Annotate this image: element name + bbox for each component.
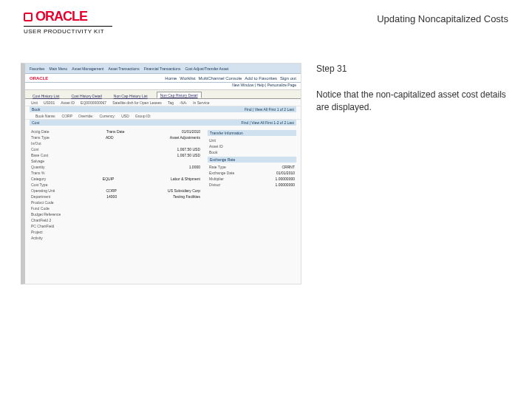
book-nav[interactable]: Find | View All First 1 of 2 Last [245, 107, 294, 112]
ss-link-addfav[interactable]: Add to Favorites [245, 76, 277, 81]
val2: Testing Facilities [173, 194, 200, 200]
val: CORP [106, 188, 116, 194]
lbl: Rate Type [209, 164, 226, 170]
val: 1.00000000 [276, 176, 295, 182]
lbl: Quantity [31, 164, 45, 170]
val-asset: EQ0000000067 [81, 100, 106, 105]
val-status: In Service [193, 100, 209, 105]
val: 14000 [106, 194, 117, 200]
book-rows: First 1 of 2 Last [269, 107, 294, 112]
lbl: Category [31, 176, 46, 182]
val: CRRNT [282, 164, 296, 170]
lbl: PC ChartField [31, 223, 54, 229]
embedded-screenshot: Favorites Main Menu Asset Management Ass… [21, 63, 301, 284]
lbl: Book [209, 149, 217, 155]
val-desc: Satellite dish for Open Leases [112, 100, 162, 105]
lbl: Cost [31, 146, 38, 152]
tab-cost-history-detail[interactable]: Cost History Detail [68, 93, 104, 98]
lbl: Operating Unit [31, 188, 55, 194]
lbl: Trans % [31, 170, 44, 176]
val2: Asset Adjustments [170, 134, 200, 140]
oracle-logo: ORACLE [24, 9, 112, 24]
lbl: Divisor [209, 182, 220, 188]
section-book: Book Find | View All First 1 of 2 Last [30, 106, 296, 112]
lbl-override: Override: [78, 114, 94, 118]
val2: US Subsidiary Corp [168, 188, 200, 194]
oracle-logo-text: ORACLE [35, 9, 87, 24]
ss-toplinks: Home Worklist MultiChannel Console Add t… [165, 76, 296, 81]
lbl: Activity [31, 235, 43, 241]
tab-noncap-history-list[interactable]: Non Cap History List [111, 93, 151, 98]
lbl: Base Cost [31, 152, 48, 158]
breadcrumb-item[interactable]: Financial Transactions [144, 66, 181, 71]
lbl: ChartField 2 [31, 217, 51, 223]
oracle-logo-block: ORACLE USER PRODUCTIVITY KIT [24, 9, 112, 35]
lbl: Multiplier [209, 176, 224, 182]
ss-link-home[interactable]: Home [165, 76, 177, 81]
cost-title: Cost [32, 120, 39, 125]
oracle-logo-icon [24, 13, 33, 21]
lbl: Trans Type [31, 134, 50, 140]
cost-rows: First 1-2 of 2 Last [265, 120, 294, 125]
val: 1,067.50 USD [177, 146, 200, 152]
section-exchange-rate: Exchange Rate [208, 157, 296, 163]
lbl: Product Code [31, 200, 54, 205]
ss-body: Acctg DateTrans Date01/01/2010 Trans Typ… [25, 126, 301, 244]
val: 1.0000 [189, 164, 200, 170]
val-tag: -NA- [180, 100, 187, 105]
ss-link-signout[interactable]: Sign out [280, 76, 296, 81]
val2: Labor & Shipment [171, 176, 200, 182]
val-currency: USD [121, 114, 129, 118]
instruction-panel: Step 31 Notice that the non-capitalized … [316, 63, 520, 284]
section-transfer: Transfer Information [208, 130, 296, 136]
ss-link-worklist[interactable]: Worklist [180, 76, 195, 81]
lbl-tag: Tag [168, 100, 174, 105]
oracle-upk-subtitle: USER PRODUCTIVITY KIT [24, 28, 112, 35]
main-content: Favorites Main Menu Asset Management Ass… [0, 41, 532, 296]
ss-link-mcc[interactable]: MultiChannel Console [199, 76, 242, 81]
lbl-currency: Currency: [100, 114, 116, 118]
lbl: Exchange Date [209, 170, 234, 176]
book-fields: Book Name: CORP Override: Currency: USD … [25, 112, 301, 120]
left-column: Acctg DateTrans Date01/01/2010 Trans Typ… [30, 129, 202, 241]
cost-nav[interactable]: Find | View All First 1-2 of 2 Last [241, 120, 294, 125]
tab-cost-history-list[interactable]: Cost History List [30, 93, 62, 98]
lbl: In/Out [31, 140, 41, 146]
lbl: Cost Type [31, 182, 47, 188]
lbl: Unit [209, 137, 216, 143]
lbl-asset: Asset ID [61, 100, 75, 105]
val: ADD [106, 134, 114, 140]
page-title: Updating Noncapitalized Costs [377, 9, 508, 24]
breadcrumb-item[interactable]: Cost Adjust/Transfer Asset [185, 66, 228, 71]
tab-noncap-history-detail[interactable]: Non Cap History Detail [157, 92, 202, 98]
logo-divider [24, 26, 112, 27]
cost-find[interactable]: Find | View All [241, 120, 264, 125]
lbl: Budget Reference [31, 211, 61, 217]
val: 01/01/2010 [182, 129, 200, 134]
lbl: Asset ID [209, 143, 223, 149]
lbl-unit: Unit [31, 100, 38, 105]
ss-breadcrumb: Favorites Main Menu Asset Management Ass… [25, 64, 301, 74]
lbl: Department [31, 194, 50, 200]
breadcrumb-item[interactable]: Main Menu [50, 66, 68, 71]
breadcrumb-item[interactable]: Asset Management [72, 66, 103, 71]
lbl: Acctg Date [31, 129, 49, 134]
ss-page-tools[interactable]: New Window | Help | Personalize Page [25, 83, 301, 90]
lbl: Project [31, 229, 43, 235]
val: 01/01/2010 [276, 170, 295, 176]
lbl2: Trans Date [106, 129, 125, 134]
book-find[interactable]: Find | View All [245, 107, 267, 112]
ss-tabs: Cost History List Cost History Detail No… [25, 90, 301, 99]
section-cost: Cost Find | View All First 1-2 of 2 Last [30, 120, 296, 126]
step-label: Step 31 [316, 63, 507, 75]
val: 1.00000000 [276, 182, 295, 188]
breadcrumb-item[interactable]: Favorites [30, 66, 45, 71]
breadcrumb-item[interactable]: Asset Transactions [108, 66, 139, 71]
val: 1,067.50 USD [177, 152, 200, 158]
lbl-group: Group ID: [135, 114, 151, 118]
ss-subheader: Unit US001 Asset ID EQ0000000067 Satelli… [25, 99, 301, 106]
ss-brand-row: ORACLE Home Worklist MultiChannel Consol… [25, 74, 301, 83]
val-bookname: CORP [62, 114, 72, 118]
lbl: Salvage [31, 158, 44, 164]
step-body: Notice that the non-capitalized asset co… [316, 89, 507, 114]
